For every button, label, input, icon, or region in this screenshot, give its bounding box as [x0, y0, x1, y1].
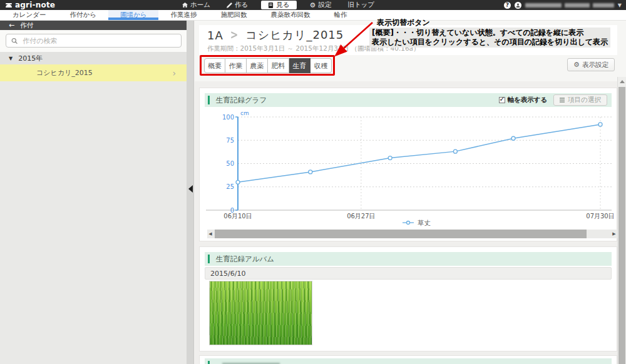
annotation-line-1: [概要]・・・切り替えていない状態。すべての記録を縦に表示 — [372, 28, 608, 38]
scrollbar-thumb[interactable] — [215, 230, 587, 238]
person-icon — [516, 3, 520, 8]
growth-chart-card: 生育記録グラフ ✓ 軸を表示する 項目の選択 025507510006月10日0… — [199, 88, 617, 241]
display-settings-label: 表示設定 — [582, 61, 608, 69]
nav-item-work-progress[interactable]: 作業進捗 — [158, 10, 208, 20]
sidebar-item-crop[interactable]: コシヒカリ_2015 › — [0, 64, 187, 81]
home-icon — [182, 3, 188, 8]
svg-text:75: 75 — [226, 137, 234, 144]
topbar-account-area: ? ▼ — [504, 0, 622, 10]
record-tabs: 概要 作業 農薬 肥料 生育 収穫 — [204, 58, 332, 73]
nav-item-from-field[interactable]: 圃場から — [108, 10, 159, 20]
svg-text:50: 50 — [226, 160, 234, 167]
year-label: 2015年 — [18, 54, 43, 63]
menu-home[interactable]: ホーム — [174, 0, 218, 10]
svg-text:06月10日: 06月10日 — [223, 213, 252, 220]
rice-field-photo[interactable] — [209, 281, 312, 345]
svg-text:06月27日: 06月27日 — [347, 213, 375, 220]
help-button[interactable]: ? — [504, 2, 511, 9]
nav-item-from-planting[interactable]: 作付から — [58, 10, 108, 20]
chart-section-header: 生育記録グラフ ✓ 軸を表示する 項目の選択 — [205, 93, 612, 107]
menu-view-label: 見る — [276, 1, 289, 9]
album-section-title: 生育記録アルバム — [216, 255, 274, 264]
breadcrumb-crop: コシヒカリ_2015 — [245, 28, 344, 43]
menu-settings-label: 設定 — [318, 1, 331, 9]
view-icon — [268, 3, 274, 8]
user-name-redacted — [525, 3, 614, 8]
scroll-right-icon[interactable]: ▶ — [611, 231, 617, 236]
search-icon — [11, 38, 18, 44]
back-arrow-icon[interactable]: ← — [9, 22, 14, 29]
sidebar-collapse-handle[interactable] — [188, 185, 193, 193]
axis-toggle-label: 軸を表示する — [508, 96, 548, 104]
chart-horizontal-scrollbar[interactable]: ◀ ▶ — [207, 230, 617, 238]
menu-settings[interactable]: ⚙ 設定 — [302, 0, 340, 10]
section-accent-bar — [208, 96, 210, 104]
scroll-left-icon[interactable]: ◀ — [207, 231, 213, 236]
search-input[interactable] — [21, 36, 176, 46]
tab-overview[interactable]: 概要 — [204, 58, 225, 73]
sidebar-year-group[interactable]: ▼ 2015年 — [0, 52, 187, 64]
scroll-up-icon[interactable] — [618, 77, 626, 86]
menu-old-top[interactable]: 旧トップ — [339, 0, 382, 10]
agri-note-app: agri-note ホーム 作る 見る ⚙ 設定 旧トップ — [0, 0, 626, 364]
svg-text:07月30日: 07月30日 — [586, 213, 614, 220]
topbar-menu: ホーム 作る 見る ⚙ 設定 旧トップ — [174, 0, 382, 10]
menu-old-top-label: 旧トップ — [347, 1, 374, 9]
breadcrumb-field[interactable]: 1A — [207, 29, 223, 42]
nav-item-calendar[interactable]: カレンダー — [1, 10, 58, 20]
select-items-label: 項目の選択 — [568, 96, 601, 104]
tab-fertilizer[interactable]: 肥料 — [268, 58, 289, 73]
annotation-line-2: 表示したい項目をクリックすると、その項目の記録を切り出して表示 — [372, 38, 608, 47]
nav-item-fertilization-count[interactable]: 施肥回数 — [208, 10, 259, 20]
topbar: agri-note ホーム 作る 見る ⚙ 設定 旧トップ — [0, 0, 626, 10]
page-vertical-scrollbar[interactable] — [617, 77, 626, 364]
menu-view[interactable]: 見る — [261, 1, 296, 9]
scrollbar-thumb[interactable] — [618, 87, 625, 364]
planting-sidebar: ← 作付 ▼ 2015年 コシヒカリ_2015 › — [0, 21, 194, 364]
album-section-header: 生育記録アルバム — [205, 252, 612, 266]
annotation-text: 表示切替ボタン [概要]・・・切り替えていない状態。すべての記録を縦に表示 表示… — [369, 18, 610, 48]
tab-work[interactable]: 作業 — [225, 58, 247, 73]
chevron-right-icon: › — [172, 69, 176, 78]
section-accent-bar — [208, 255, 210, 263]
tab-harvest[interactable]: 収穫 — [310, 58, 332, 73]
sidebar-header: ← 作付 — [0, 21, 187, 30]
checkbox-checked-icon[interactable]: ✓ — [499, 97, 505, 103]
nav-item-rotation[interactable]: 輪作 — [322, 10, 359, 20]
display-settings-button[interactable]: ⚙ 表示設定 — [567, 58, 615, 71]
expander-triangle-icon: ▼ — [9, 56, 13, 61]
sidebar-search-area — [0, 30, 187, 52]
svg-text:100: 100 — [222, 114, 234, 121]
chart-section-title: 生育記録グラフ — [216, 96, 267, 105]
search-box — [6, 34, 182, 48]
nav-item-pesticide-count[interactable]: 農薬散布回数 — [259, 10, 322, 20]
svg-text:cm: cm — [240, 110, 249, 116]
app-logo[interactable]: agri-note — [5, 1, 55, 9]
annotation-body: [概要]・・・切り替えていない状態。すべての記録を縦に表示 表示したい項目をクリ… — [369, 28, 610, 48]
tab-growth[interactable]: 生育 — [289, 58, 310, 73]
menu-home-label: ホーム — [190, 1, 210, 9]
crop-label: コシヒカリ_2015 — [36, 68, 93, 78]
list-icon — [560, 98, 565, 103]
annotation-title: 表示切替ボタン — [377, 18, 610, 28]
logo-icon — [5, 2, 13, 8]
breadcrumb-separator-icon: > — [230, 28, 239, 42]
account-caret-icon[interactable]: ▼ — [618, 3, 622, 8]
breadcrumb: 1A > コシヒカリ_2015 — [207, 28, 344, 43]
axis-toggle[interactable]: ✓ 軸を表示する — [499, 96, 548, 104]
gear-icon: ⚙ — [310, 2, 316, 9]
tab-pesticide[interactable]: 農薬 — [247, 58, 268, 73]
next-section-card — [199, 355, 617, 364]
menu-create[interactable]: 作る — [218, 0, 256, 10]
growth-line-chart: 025507510006月10日06月27日07月30日cm草丈 — [203, 109, 615, 228]
logo-text: agri-note — [15, 1, 55, 9]
album-date-row: 2015/6/10 — [205, 267, 612, 280]
next-section-header — [205, 358, 612, 364]
gear-icon: ⚙ — [573, 61, 580, 68]
account-icon[interactable] — [515, 2, 521, 9]
select-items-button[interactable]: 項目の選択 — [553, 94, 607, 106]
svg-text:草丈: 草丈 — [418, 219, 431, 226]
section-accent-bar — [208, 361, 210, 364]
svg-text:25: 25 — [226, 183, 234, 190]
pencil-icon — [227, 3, 232, 8]
